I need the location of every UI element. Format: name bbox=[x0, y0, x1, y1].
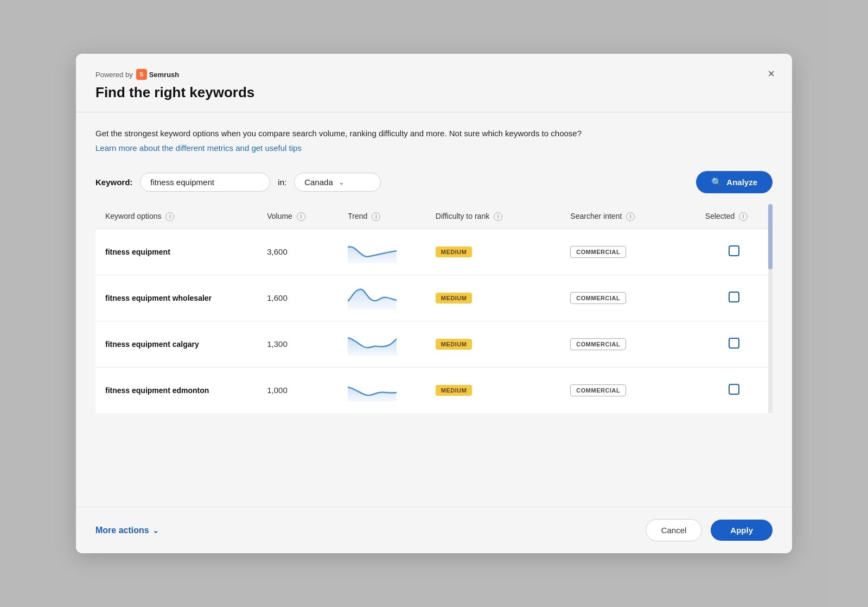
trend-cell bbox=[338, 275, 426, 321]
scrollbar-track bbox=[768, 204, 773, 413]
semrush-brand-name: Semrush bbox=[149, 71, 180, 79]
keyword-cell: fitness equipment calgary bbox=[95, 321, 257, 367]
keyword-cell: fitness equipment bbox=[95, 229, 257, 275]
trend-chart-4 bbox=[348, 377, 397, 402]
volume-cell: 1,300 bbox=[257, 321, 338, 367]
scrollbar-thumb[interactable] bbox=[768, 204, 773, 269]
col-header-trend: Trend i bbox=[338, 204, 426, 229]
row-checkbox-3[interactable] bbox=[729, 338, 739, 349]
volume-cell: 1,600 bbox=[257, 275, 338, 321]
volume-cell: 3,600 bbox=[257, 229, 338, 275]
trend-info-icon[interactable]: i bbox=[372, 212, 380, 221]
powered-by-row: Powered by S Semrush bbox=[95, 69, 773, 80]
modal-header: Powered by S Semrush Find the right keyw… bbox=[76, 54, 792, 112]
table-row: fitness equipment calgary 1,300 bbox=[95, 321, 773, 367]
table-body: fitness equipment 3,600 bbox=[95, 229, 773, 413]
intent-cell: COMMERCIAL bbox=[560, 229, 695, 275]
keyword-input[interactable] bbox=[140, 173, 270, 192]
row-checkbox-4[interactable] bbox=[729, 384, 739, 395]
analyze-label: Analyze bbox=[726, 178, 757, 187]
chevron-down-icon: ⌄ bbox=[152, 526, 159, 535]
powered-by-text: Powered by bbox=[95, 71, 133, 79]
intent-info-icon[interactable]: i bbox=[626, 212, 635, 221]
selected-cell bbox=[695, 367, 773, 413]
selected-cell bbox=[695, 229, 773, 275]
chevron-down-icon: ⌄ bbox=[339, 178, 344, 186]
semrush-logo: S Semrush bbox=[136, 69, 180, 80]
keywords-table: Keyword options i Volume i Trend i bbox=[95, 204, 773, 413]
keyword-search-row: Keyword: in: Canada ⌄ 🔍 Analyze bbox=[95, 166, 773, 204]
modal-body: Get the strongest keyword options when y… bbox=[76, 112, 792, 507]
volume-info-icon[interactable]: i bbox=[297, 212, 305, 221]
volume-cell: 1,000 bbox=[257, 367, 338, 413]
intent-cell: COMMERCIAL bbox=[560, 367, 695, 413]
footer-actions: Cancel Apply bbox=[646, 519, 773, 541]
modal-footer: More actions ⌄ Cancel Apply bbox=[76, 507, 792, 553]
table-row: fitness equipment 3,600 bbox=[95, 229, 773, 275]
table-row: fitness equipment wholesaler 1,600 bbox=[95, 275, 773, 321]
keyword-options-info-icon[interactable]: i bbox=[165, 212, 174, 221]
close-button[interactable]: × bbox=[765, 66, 777, 82]
col-header-volume: Volume i bbox=[257, 204, 338, 229]
country-select[interactable]: Canada ⌄ bbox=[294, 173, 381, 192]
selected-cell bbox=[695, 275, 773, 321]
learn-more-link[interactable]: Learn more about the different metrics a… bbox=[95, 143, 302, 153]
description-text: Get the strongest keyword options when y… bbox=[95, 128, 773, 140]
table-row: fitness equipment edmonton 1,000 bbox=[95, 367, 773, 413]
country-value: Canada bbox=[304, 178, 333, 187]
keyword-label: Keyword: bbox=[95, 178, 132, 187]
col-header-selected: Selected i bbox=[695, 204, 773, 229]
cancel-button[interactable]: Cancel bbox=[646, 519, 703, 541]
difficulty-cell: MEDIUM bbox=[426, 229, 561, 275]
selected-info-icon[interactable]: i bbox=[739, 212, 748, 221]
difficulty-cell: MEDIUM bbox=[426, 367, 561, 413]
intent-cell: COMMERCIAL bbox=[560, 321, 695, 367]
trend-cell bbox=[338, 229, 426, 275]
keyword-cell: fitness equipment edmonton bbox=[95, 367, 257, 413]
more-actions-button[interactable]: More actions ⌄ bbox=[95, 526, 159, 535]
search-icon: 🔍 bbox=[711, 177, 722, 187]
trend-cell bbox=[338, 367, 426, 413]
difficulty-info-icon[interactable]: i bbox=[494, 212, 502, 221]
difficulty-cell: MEDIUM bbox=[426, 321, 561, 367]
modal-dialog: Powered by S Semrush Find the right keyw… bbox=[76, 54, 792, 553]
selected-cell bbox=[695, 321, 773, 367]
analyze-button[interactable]: 🔍 Analyze bbox=[696, 171, 773, 193]
table-header: Keyword options i Volume i Trend i bbox=[95, 204, 773, 229]
keyword-cell: fitness equipment wholesaler bbox=[95, 275, 257, 321]
col-header-intent: Searcher intent i bbox=[560, 204, 695, 229]
intent-cell: COMMERCIAL bbox=[560, 275, 695, 321]
trend-chart-1 bbox=[348, 239, 397, 263]
col-header-keyword: Keyword options i bbox=[95, 204, 257, 229]
modal-title: Find the right keywords bbox=[95, 84, 773, 112]
row-checkbox-1[interactable] bbox=[729, 245, 739, 256]
col-header-difficulty: Difficulty to rank i bbox=[426, 204, 561, 229]
trend-chart-2 bbox=[348, 285, 397, 309]
keywords-table-wrapper: Keyword options i Volume i Trend i bbox=[95, 204, 773, 413]
difficulty-cell: MEDIUM bbox=[426, 275, 561, 321]
in-label: in: bbox=[278, 178, 286, 187]
trend-cell bbox=[338, 321, 426, 367]
row-checkbox-2[interactable] bbox=[729, 292, 739, 302]
trend-chart-3 bbox=[348, 331, 397, 356]
more-actions-label: More actions bbox=[95, 526, 149, 535]
modal-overlay: Powered by S Semrush Find the right keyw… bbox=[0, 0, 868, 607]
apply-button[interactable]: Apply bbox=[711, 520, 773, 541]
semrush-icon: S bbox=[136, 69, 147, 80]
